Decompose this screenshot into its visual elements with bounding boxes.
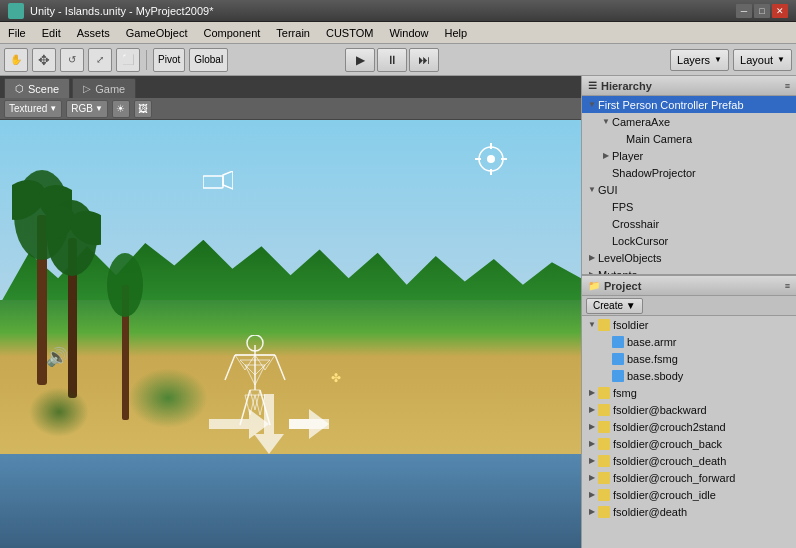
project-item-1[interactable]: base.armr bbox=[582, 333, 796, 350]
rotate-tool-button[interactable]: ↺ bbox=[60, 48, 84, 72]
project-item-9[interactable]: ▶fsoldier@crouch_forward bbox=[582, 469, 796, 486]
proj-arrow-icon-0: ▼ bbox=[586, 320, 598, 329]
project-item-label-6: fsoldier@crouch2stand bbox=[613, 421, 726, 433]
proj-item-icon-8 bbox=[598, 455, 610, 467]
rgb-dropdown[interactable]: RGB ▼ bbox=[66, 100, 108, 118]
hierarchy-title: Hierarchy bbox=[601, 80, 652, 92]
game-tab-label: Game bbox=[95, 83, 125, 95]
create-button[interactable]: Create ▼ bbox=[586, 298, 643, 314]
pause-button[interactable]: ⏸ bbox=[377, 48, 407, 72]
global-button[interactable]: Global bbox=[189, 48, 228, 72]
hierarchy-item-5[interactable]: ▼GUI bbox=[582, 181, 796, 198]
step-button[interactable]: ⏭ bbox=[409, 48, 439, 72]
app-icon bbox=[8, 3, 24, 19]
proj-item-icon-3 bbox=[612, 370, 624, 382]
proj-arrow-icon-10: ▶ bbox=[586, 490, 598, 499]
toolbar-right: Layers ▼ Layout ▼ bbox=[670, 49, 792, 71]
speaker-icon: 🔊 bbox=[46, 346, 68, 368]
project-item-8[interactable]: ▶fsoldier@crouch_death bbox=[582, 452, 796, 469]
sun-icon: ☀ bbox=[116, 103, 125, 114]
layers-label: Layers bbox=[677, 54, 710, 66]
project-list[interactable]: ▼fsoldier base.armr base.fsmg base.sbody… bbox=[582, 316, 796, 548]
maximize-button[interactable]: □ bbox=[754, 4, 770, 18]
hierarchy-item-10[interactable]: ▶Mutants bbox=[582, 266, 796, 274]
hierarchy-item-label-7: Crosshair bbox=[612, 218, 659, 230]
hierarchy-item-9[interactable]: ▶LevelObjects bbox=[582, 249, 796, 266]
sun-button[interactable]: ☀ bbox=[112, 100, 130, 118]
tab-scene[interactable]: ⬡ Scene bbox=[4, 78, 70, 98]
project-item-label-11: fsoldier@death bbox=[613, 506, 687, 518]
menu-window[interactable]: Window bbox=[381, 25, 436, 41]
svg-marker-18 bbox=[245, 365, 265, 385]
close-button[interactable]: ✕ bbox=[772, 4, 788, 18]
hierarchy-scroll[interactable]: ▼First Person Controller Prefab▼CameraAx… bbox=[582, 96, 796, 274]
scene-canvas: 🔊 ✤ bbox=[0, 120, 581, 548]
layers-dropdown[interactable]: Layers ▼ bbox=[670, 49, 729, 71]
proj-item-icon-10 bbox=[598, 489, 610, 501]
hierarchy-item-3[interactable]: ▶Player bbox=[582, 147, 796, 164]
global-label: Global bbox=[194, 54, 223, 65]
textured-dropdown[interactable]: Textured ▼ bbox=[4, 100, 62, 118]
menu-gameobject[interactable]: GameObject bbox=[118, 25, 196, 41]
project-item-11[interactable]: ▶fsoldier@death bbox=[582, 503, 796, 520]
project-item-2[interactable]: base.fsmg bbox=[582, 350, 796, 367]
layout-dropdown[interactable]: Layout ▼ bbox=[733, 49, 792, 71]
tree-arrow-icon-9: ▶ bbox=[586, 253, 598, 262]
project-item-label-9: fsoldier@crouch_forward bbox=[613, 472, 735, 484]
proj-item-icon-0 bbox=[598, 319, 610, 331]
project-item-3[interactable]: base.sbody bbox=[582, 367, 796, 384]
proj-item-icon-7 bbox=[598, 438, 610, 450]
hand-tool-button[interactable]: ✋ bbox=[4, 48, 28, 72]
window-controls: ─ □ ✕ bbox=[736, 4, 788, 18]
menu-bar: File Edit Assets GameObject Component Te… bbox=[0, 22, 796, 44]
proj-arrow-icon-8: ▶ bbox=[586, 456, 598, 465]
hierarchy-item-6[interactable]: FPS bbox=[582, 198, 796, 215]
menu-assets[interactable]: Assets bbox=[69, 25, 118, 41]
project-item-7[interactable]: ▶fsoldier@crouch_back bbox=[582, 435, 796, 452]
play-button[interactable]: ▶ bbox=[345, 48, 375, 72]
project-menu-icon[interactable]: ≡ bbox=[785, 281, 790, 291]
hierarchy-item-1[interactable]: ▼CameraAxe bbox=[582, 113, 796, 130]
hierarchy-item-8[interactable]: LockCursor bbox=[582, 232, 796, 249]
tab-game[interactable]: ▷ Game bbox=[72, 78, 136, 98]
proj-item-icon-9 bbox=[598, 472, 610, 484]
layers-arrow-icon: ▼ bbox=[714, 55, 722, 64]
menu-component[interactable]: Component bbox=[195, 25, 268, 41]
proj-arrow-icon-5: ▶ bbox=[586, 405, 598, 414]
menu-terrain[interactable]: Terrain bbox=[268, 25, 318, 41]
project-item-10[interactable]: ▶fsoldier@crouch_idle bbox=[582, 486, 796, 503]
image-button[interactable]: 🖼 bbox=[134, 100, 152, 118]
hierarchy-menu-icon[interactable]: ≡ bbox=[785, 81, 790, 91]
project-item-5[interactable]: ▶fsoldier@backward bbox=[582, 401, 796, 418]
menu-edit[interactable]: Edit bbox=[34, 25, 69, 41]
project-item-6[interactable]: ▶fsoldier@crouch2stand bbox=[582, 418, 796, 435]
hierarchy-item-label-6: FPS bbox=[612, 201, 633, 213]
pivot-button[interactable]: Pivot bbox=[153, 48, 185, 72]
menu-file[interactable]: File bbox=[0, 25, 34, 41]
viewport[interactable]: 🔊 ✤ bbox=[0, 120, 581, 548]
hierarchy-item-label-5: GUI bbox=[598, 184, 618, 196]
move-tool-button[interactable]: ✥ bbox=[32, 48, 56, 72]
project-items-list: ▼fsoldier base.armr base.fsmg base.sbody… bbox=[582, 316, 796, 520]
scale-tool-button[interactable]: ⤢ bbox=[88, 48, 112, 72]
hierarchy-item-0[interactable]: ▼First Person Controller Prefab bbox=[582, 96, 796, 113]
minimize-button[interactable]: ─ bbox=[736, 4, 752, 18]
project-item-0[interactable]: ▼fsoldier bbox=[582, 316, 796, 333]
hierarchy-item-4[interactable]: ShadowProjector bbox=[582, 164, 796, 181]
project-item-label-10: fsoldier@crouch_idle bbox=[613, 489, 716, 501]
project-item-label-1: base.armr bbox=[627, 336, 677, 348]
hierarchy-item-2[interactable]: Main Camera bbox=[582, 130, 796, 147]
pivot-label: Pivot bbox=[158, 54, 180, 65]
project-title: Project bbox=[604, 280, 641, 292]
project-panel: 📁 Project ≡ Create ▼ ▼fsoldier base.armr… bbox=[582, 276, 796, 548]
menu-help[interactable]: Help bbox=[437, 25, 476, 41]
hierarchy-item-7[interactable]: Crosshair bbox=[582, 215, 796, 232]
menu-custom[interactable]: CUSTOM bbox=[318, 25, 381, 41]
proj-arrow-icon-6: ▶ bbox=[586, 422, 598, 431]
rect-tool-button[interactable]: ⬜ bbox=[116, 48, 140, 72]
tree-arrow-icon-1: ▼ bbox=[600, 117, 612, 126]
create-label: Create ▼ bbox=[593, 300, 636, 311]
project-header: 📁 Project ≡ bbox=[582, 276, 796, 296]
hierarchy-header-icon: ☰ bbox=[588, 80, 597, 91]
project-item-4[interactable]: ▶fsmg bbox=[582, 384, 796, 401]
